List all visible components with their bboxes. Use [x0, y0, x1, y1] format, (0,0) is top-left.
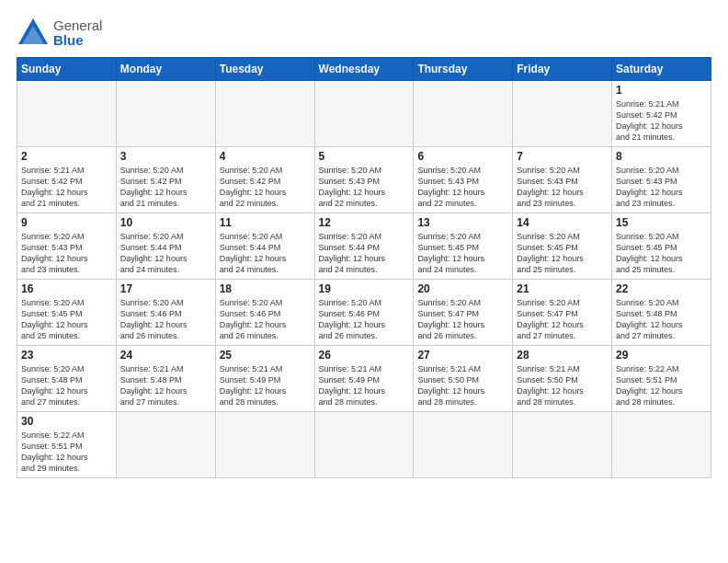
day-info: Sunrise: 5:20 AM Sunset: 5:47 PM Dayligh… [417, 297, 508, 342]
weekday-wednesday: Wednesday [314, 58, 414, 81]
day-info: Sunrise: 5:20 AM Sunset: 5:42 PM Dayligh… [120, 165, 211, 210]
weekday-monday: Monday [116, 58, 215, 81]
calendar-cell: 1Sunrise: 5:21 AM Sunset: 5:42 PM Daylig… [612, 81, 711, 147]
day-info: Sunrise: 5:21 AM Sunset: 5:50 PM Dayligh… [417, 363, 508, 408]
day-number: 3 [120, 150, 211, 163]
day-info: Sunrise: 5:20 AM Sunset: 5:43 PM Dayligh… [21, 231, 112, 276]
calendar-cell: 19Sunrise: 5:20 AM Sunset: 5:46 PM Dayli… [314, 280, 414, 346]
day-info: Sunrise: 5:22 AM Sunset: 5:51 PM Dayligh… [21, 430, 112, 475]
day-info: Sunrise: 5:20 AM Sunset: 5:48 PM Dayligh… [21, 363, 112, 408]
calendar-cell [116, 412, 215, 478]
calendar-row-5: 30Sunrise: 5:22 AM Sunset: 5:51 PM Dayli… [17, 412, 711, 478]
day-number: 17 [120, 282, 211, 295]
calendar-cell: 12Sunrise: 5:20 AM Sunset: 5:44 PM Dayli… [314, 213, 414, 280]
day-number: 21 [517, 282, 608, 295]
day-info: Sunrise: 5:20 AM Sunset: 5:46 PM Dayligh… [120, 297, 211, 342]
day-info: Sunrise: 5:20 AM Sunset: 5:46 PM Dayligh… [319, 297, 410, 342]
calendar-cell [513, 412, 612, 478]
calendar-cell: 3Sunrise: 5:20 AM Sunset: 5:42 PM Daylig… [116, 147, 215, 213]
day-info: Sunrise: 5:20 AM Sunset: 5:48 PM Dayligh… [616, 297, 707, 342]
calendar-cell: 16Sunrise: 5:20 AM Sunset: 5:45 PM Dayli… [17, 280, 117, 346]
day-info: Sunrise: 5:20 AM Sunset: 5:44 PM Dayligh… [120, 231, 211, 276]
calendar-cell [17, 81, 117, 147]
day-number: 29 [616, 349, 707, 362]
calendar-cell [215, 412, 314, 478]
day-info: Sunrise: 5:20 AM Sunset: 5:43 PM Dayligh… [616, 165, 707, 210]
day-number: 8 [616, 150, 707, 163]
day-number: 9 [21, 216, 112, 229]
day-number: 16 [21, 282, 112, 295]
day-info: Sunrise: 5:20 AM Sunset: 5:44 PM Dayligh… [220, 231, 311, 276]
calendar-cell: 11Sunrise: 5:20 AM Sunset: 5:44 PM Dayli… [215, 213, 314, 280]
day-info: Sunrise: 5:22 AM Sunset: 5:51 PM Dayligh… [616, 363, 707, 408]
calendar-cell: 26Sunrise: 5:21 AM Sunset: 5:49 PM Dayli… [314, 346, 414, 412]
weekday-header-row: SundayMondayTuesdayWednesdayThursdayFrid… [17, 58, 711, 81]
day-info: Sunrise: 5:20 AM Sunset: 5:45 PM Dayligh… [21, 297, 112, 342]
calendar-cell: 25Sunrise: 5:21 AM Sunset: 5:49 PM Dayli… [215, 346, 314, 412]
day-number: 18 [220, 282, 311, 295]
day-number: 11 [220, 216, 311, 229]
calendar-cell [116, 81, 215, 147]
day-info: Sunrise: 5:21 AM Sunset: 5:49 PM Dayligh… [319, 363, 410, 408]
header: General Blue [17, 17, 711, 50]
day-info: Sunrise: 5:21 AM Sunset: 5:42 PM Dayligh… [21, 165, 112, 210]
day-number: 22 [616, 282, 707, 295]
day-number: 23 [21, 349, 112, 362]
calendar-cell [314, 412, 414, 478]
day-info: Sunrise: 5:21 AM Sunset: 5:49 PM Dayligh… [220, 363, 311, 408]
calendar-cell: 29Sunrise: 5:22 AM Sunset: 5:51 PM Dayli… [612, 346, 711, 412]
day-number: 4 [220, 150, 311, 163]
calendar-cell: 21Sunrise: 5:20 AM Sunset: 5:47 PM Dayli… [513, 280, 612, 346]
weekday-thursday: Thursday [414, 58, 513, 81]
weekday-friday: Friday [513, 58, 612, 81]
day-number: 12 [319, 216, 410, 229]
calendar-row-2: 9Sunrise: 5:20 AM Sunset: 5:43 PM Daylig… [17, 213, 711, 280]
day-info: Sunrise: 5:21 AM Sunset: 5:50 PM Dayligh… [517, 363, 608, 408]
calendar-cell: 7Sunrise: 5:20 AM Sunset: 5:43 PM Daylig… [513, 147, 612, 213]
day-info: Sunrise: 5:20 AM Sunset: 5:45 PM Dayligh… [417, 231, 508, 276]
calendar-table: SundayMondayTuesdayWednesdayThursdayFrid… [17, 57, 711, 478]
logo: General Blue [17, 17, 102, 50]
calendar-row-3: 16Sunrise: 5:20 AM Sunset: 5:45 PM Dayli… [17, 280, 711, 346]
day-number: 28 [517, 349, 608, 362]
day-info: Sunrise: 5:20 AM Sunset: 5:43 PM Dayligh… [417, 165, 508, 210]
calendar-cell: 10Sunrise: 5:20 AM Sunset: 5:44 PM Dayli… [116, 213, 215, 280]
day-number: 13 [417, 216, 508, 229]
day-number: 6 [417, 150, 508, 163]
day-info: Sunrise: 5:20 AM Sunset: 5:44 PM Dayligh… [319, 231, 410, 276]
calendar-cell: 23Sunrise: 5:20 AM Sunset: 5:48 PM Dayli… [17, 346, 117, 412]
calendar-cell [215, 81, 314, 147]
calendar-cell: 18Sunrise: 5:20 AM Sunset: 5:46 PM Dayli… [215, 280, 314, 346]
calendar-cell: 20Sunrise: 5:20 AM Sunset: 5:47 PM Dayli… [414, 280, 513, 346]
calendar-cell: 28Sunrise: 5:21 AM Sunset: 5:50 PM Dayli… [513, 346, 612, 412]
calendar-cell: 30Sunrise: 5:22 AM Sunset: 5:51 PM Dayli… [17, 412, 117, 478]
calendar-cell [612, 412, 711, 478]
day-info: Sunrise: 5:20 AM Sunset: 5:42 PM Dayligh… [220, 165, 311, 210]
calendar-cell: 22Sunrise: 5:20 AM Sunset: 5:48 PM Dayli… [612, 280, 711, 346]
day-number: 2 [21, 150, 112, 163]
day-info: Sunrise: 5:20 AM Sunset: 5:43 PM Dayligh… [517, 165, 608, 210]
day-info: Sunrise: 5:20 AM Sunset: 5:46 PM Dayligh… [220, 297, 311, 342]
calendar-cell [314, 81, 414, 147]
calendar-cell: 5Sunrise: 5:20 AM Sunset: 5:43 PM Daylig… [314, 147, 414, 213]
day-info: Sunrise: 5:21 AM Sunset: 5:42 PM Dayligh… [616, 98, 707, 144]
calendar-cell: 6Sunrise: 5:20 AM Sunset: 5:43 PM Daylig… [414, 147, 513, 213]
day-number: 19 [319, 282, 410, 295]
day-number: 27 [417, 349, 508, 362]
day-info: Sunrise: 5:21 AM Sunset: 5:48 PM Dayligh… [120, 363, 211, 408]
calendar-cell: 13Sunrise: 5:20 AM Sunset: 5:45 PM Dayli… [414, 213, 513, 280]
weekday-sunday: Sunday [17, 58, 117, 81]
day-number: 14 [517, 216, 608, 229]
calendar-cell [414, 412, 513, 478]
weekday-saturday: Saturday [612, 58, 711, 81]
calendar-row-0: 1Sunrise: 5:21 AM Sunset: 5:42 PM Daylig… [17, 81, 711, 147]
day-number: 30 [21, 415, 112, 428]
calendar-cell: 17Sunrise: 5:20 AM Sunset: 5:46 PM Dayli… [116, 280, 215, 346]
calendar-cell: 15Sunrise: 5:20 AM Sunset: 5:45 PM Dayli… [612, 213, 711, 280]
calendar-cell [513, 81, 612, 147]
logo-icon [17, 17, 50, 50]
calendar-row-1: 2Sunrise: 5:21 AM Sunset: 5:42 PM Daylig… [17, 147, 711, 213]
day-number: 10 [120, 216, 211, 229]
day-info: Sunrise: 5:20 AM Sunset: 5:43 PM Dayligh… [319, 165, 410, 210]
day-number: 5 [319, 150, 410, 163]
